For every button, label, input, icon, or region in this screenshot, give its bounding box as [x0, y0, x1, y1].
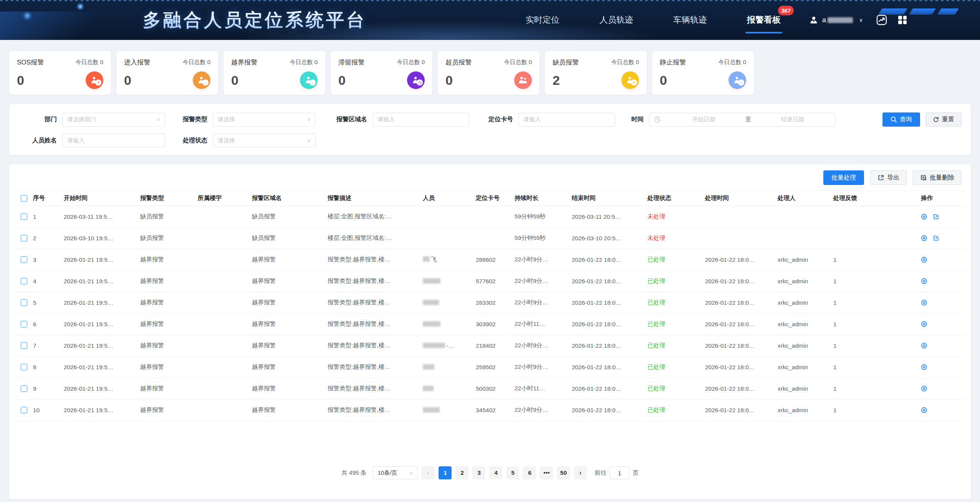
- nav-item-报警看板[interactable]: 报警看板367: [745, 0, 782, 40]
- alarm-type-select[interactable]: 请选择∨: [213, 113, 316, 127]
- area-name-input[interactable]: 请输入: [372, 113, 469, 127]
- export-button[interactable]: 导出: [870, 170, 907, 185]
- row-checkbox[interactable]: [21, 235, 27, 241]
- cell-handle_time: 2026-01-22 18:0…: [703, 357, 775, 378]
- edit-icon[interactable]: [933, 235, 939, 241]
- page-button-3[interactable]: 3: [472, 466, 485, 479]
- cell-start: 2026-03-11 19:5…: [61, 206, 138, 228]
- row-actions: [921, 256, 962, 263]
- handle-status-select[interactable]: 请选择∨: [213, 134, 316, 147]
- goto-page-input[interactable]: 1: [609, 466, 629, 479]
- view-icon[interactable]: [921, 213, 927, 220]
- start-date-input[interactable]: 开始日期: [666, 116, 742, 123]
- view-icon[interactable]: [921, 364, 927, 370]
- cell-person: [420, 378, 473, 400]
- department-select[interactable]: 请选择部门∨: [62, 113, 165, 127]
- cell-area: 越界报警: [250, 292, 325, 314]
- cell-handle_time: [703, 228, 775, 249]
- cell-status: 已处理: [645, 249, 703, 271]
- cell-end: 2026-01-22 18:0…: [569, 400, 645, 421]
- cell-building: [195, 292, 250, 314]
- cell-start: 2026-01-21 19:5…: [61, 292, 138, 314]
- view-icon[interactable]: [921, 321, 927, 327]
- cell-feedback: 1: [831, 314, 919, 335]
- more-pages-button[interactable]: •••: [540, 466, 553, 479]
- select-all-checkbox[interactable]: [21, 195, 27, 201]
- edit-icon[interactable]: [933, 213, 939, 220]
- view-icon[interactable]: [921, 342, 927, 349]
- view-icon[interactable]: [921, 299, 927, 306]
- card-no-input[interactable]: 请输入: [518, 113, 615, 127]
- cell-type: 缺员报警: [138, 206, 195, 228]
- prev-page-button[interactable]: ‹: [422, 466, 435, 479]
- page-button-4[interactable]: 4: [489, 466, 502, 479]
- cell-person: [420, 206, 473, 228]
- nav-item-人员轨迹[interactable]: 人员轨迹: [598, 0, 635, 40]
- stat-card-value: 0: [124, 74, 131, 87]
- username-masked: [828, 17, 853, 23]
- nav-item-车辆轨迹[interactable]: 车辆轨迹: [672, 0, 709, 40]
- goto-label: 前往: [594, 469, 606, 477]
- row-checkbox[interactable]: [21, 213, 27, 220]
- row-checkbox[interactable]: [21, 321, 27, 327]
- date-range-picker[interactable]: 开始日期 至 结束日期: [649, 113, 836, 127]
- row-checkbox[interactable]: [21, 385, 27, 392]
- cell-feedback: 1: [831, 249, 919, 271]
- nav-item-实时定位[interactable]: 实时定位: [524, 0, 561, 40]
- cell-handle_time: 2026-01-22 18:0…: [703, 378, 775, 400]
- filter-label-area-name: 报警区域名: [326, 116, 367, 124]
- cell-desc: 报警类型:越界报警,楼…: [325, 271, 420, 292]
- row-checkbox[interactable]: [21, 299, 27, 306]
- person-name-input[interactable]: 请输入: [62, 134, 165, 147]
- cell-handle_time: 2026-01-22 18:0…: [703, 271, 775, 292]
- page-button-6[interactable]: 6: [523, 466, 536, 479]
- view-icon[interactable]: [921, 407, 927, 413]
- user-menu[interactable]: a ∨: [809, 15, 863, 25]
- chevron-down-icon: ∨: [409, 471, 413, 475]
- view-icon[interactable]: [921, 278, 927, 284]
- view-icon[interactable]: [921, 235, 927, 241]
- page-button-1[interactable]: 1: [439, 466, 452, 479]
- table-row: 72026-01-21 19:5…越界报警越界报警报警类型:越界报警,楼…-…2…: [15, 335, 965, 357]
- cell-card: [473, 206, 512, 228]
- cell-building: [195, 314, 250, 335]
- view-icon[interactable]: [921, 385, 927, 392]
- apps-grid-icon[interactable]: [897, 14, 908, 26]
- row-checkbox[interactable]: [21, 364, 27, 370]
- stat-card-value: 0: [17, 74, 24, 87]
- next-page-button[interactable]: ›: [574, 466, 587, 479]
- end-date-input[interactable]: 结束日期: [755, 116, 831, 123]
- row-checkbox[interactable]: [21, 407, 27, 413]
- page-button-50[interactable]: 50: [557, 466, 570, 479]
- stat-card-top: 越界报警今日总数 0: [231, 58, 318, 67]
- cell-ops: [919, 357, 965, 378]
- cell-area: 越界报警: [250, 378, 325, 400]
- row-checkbox[interactable]: [21, 278, 27, 284]
- batch-handle-button[interactable]: 批量处理: [823, 170, 864, 185]
- cell-area: 越界报警: [250, 271, 325, 292]
- row-checkbox[interactable]: [21, 256, 27, 263]
- reset-button[interactable]: 重置: [925, 112, 962, 127]
- stat-card-value: 2: [553, 74, 560, 87]
- cell-desc: 报警类型:越界报警,楼…: [325, 378, 420, 400]
- batch-delete-button[interactable]: 批量删除: [913, 170, 962, 185]
- dashboard-trend-icon[interactable]: [876, 14, 887, 26]
- page-button-2[interactable]: 2: [455, 466, 468, 479]
- row-checkbox[interactable]: [21, 342, 27, 349]
- page-button-5[interactable]: 5: [506, 466, 519, 479]
- cell-area: 缺员报警: [250, 228, 325, 249]
- person-stay-icon: ◷: [407, 71, 425, 89]
- row-actions: [921, 213, 962, 220]
- page-size-select[interactable]: 10条/页 ∨: [372, 466, 418, 479]
- search-button[interactable]: 查询: [882, 112, 920, 127]
- cell-desc: 报警类型:越界报警,楼…: [325, 249, 420, 271]
- date-range-separator: 至: [742, 116, 755, 123]
- cell-type: 越界报警: [138, 314, 195, 335]
- cell-start: 2026-01-21 19:5…: [61, 357, 138, 378]
- status-badge: 已处理: [647, 363, 665, 370]
- cell-no: 3: [31, 249, 61, 271]
- stat-card-bottom: 0←: [231, 71, 318, 89]
- chevron-down-icon: ∨: [307, 138, 311, 143]
- view-icon[interactable]: [921, 256, 927, 263]
- cell-handle_time: 2026-01-22 18:0…: [703, 335, 775, 357]
